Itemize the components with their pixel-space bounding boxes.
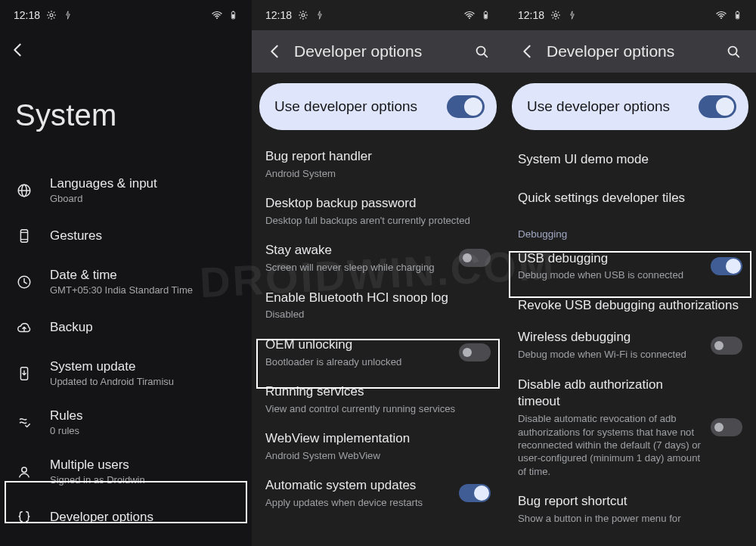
system-item[interactable]: Developer options — [0, 496, 252, 538]
row-subtitle: Debug mode when USB is connected — [518, 268, 702, 281]
arrow-left-icon — [9, 42, 26, 58]
appbar: Developer options — [504, 30, 756, 73]
item-title: System update — [50, 359, 174, 374]
gear-icon — [45, 9, 57, 21]
wifi-icon — [463, 9, 476, 21]
use-developer-options-switch[interactable] — [447, 95, 485, 118]
back-button[interactable] — [512, 36, 542, 67]
setting-row[interactable]: Disable adb authorization timeout Disabl… — [504, 369, 756, 486]
item-title: Backup — [50, 320, 93, 335]
row-title: Bug report shortcut — [518, 493, 742, 510]
item-title: Multiple users — [50, 458, 145, 473]
settings-rows: System UI demo mode Quick settings devel… — [504, 139, 756, 533]
item-title: Languages & input — [50, 176, 157, 191]
row-title: System UI demo mode — [518, 151, 742, 169]
search-icon — [473, 43, 490, 60]
setting-row[interactable]: Automatic system updates Apply updates w… — [252, 470, 504, 517]
phone-developer-options-2: 12:18 Developer options Use developer op… — [504, 0, 756, 546]
setting-row[interactable]: USB debugging Debug mode when USB is con… — [504, 243, 756, 290]
setting-row[interactable]: Desktop backup password Desktop full bac… — [252, 188, 504, 234]
section-label: Debugging — [504, 218, 756, 243]
toggle-switch[interactable] — [459, 484, 491, 502]
back-button[interactable] — [259, 36, 290, 67]
rules-icon — [15, 414, 33, 432]
item-subtitle: 0 rules — [50, 425, 82, 436]
braces-icon — [15, 508, 33, 526]
row-subtitle: Bootloader is already unlocked — [265, 355, 450, 368]
appbar-title: Developer options — [290, 42, 466, 60]
settings-rows: Bug report handler Android System Deskto… — [252, 139, 504, 517]
system-list: Languages & input Gboard Gestures Date &… — [0, 166, 252, 546]
toggle-switch[interactable] — [711, 418, 742, 436]
setting-row[interactable]: Quick settings developer tiles — [504, 179, 756, 218]
search-button[interactable] — [718, 36, 748, 67]
setting-row[interactable]: System UI demo mode — [504, 141, 756, 179]
system-item[interactable]: Multiple users Signed in as Droidwin — [0, 447, 252, 496]
item-title: Developer options — [50, 510, 153, 525]
setting-row[interactable]: Enable Bluetooth HCI snoop log Disabled — [252, 282, 504, 329]
item-subtitle: GMT+05:30 India Standard Time — [50, 284, 193, 296]
setting-row[interactable]: Bug report shortcut Show a button in the… — [504, 486, 756, 532]
bolt-icon — [567, 9, 578, 21]
item-title: Date & time — [50, 268, 193, 283]
setting-row[interactable]: Revoke USB debugging authorizations — [504, 290, 756, 322]
system-item[interactable]: Backup — [0, 306, 252, 349]
sysupd-icon — [15, 365, 33, 383]
row-title: Running services — [265, 383, 491, 401]
page-title: System — [0, 73, 252, 166]
toggle-switch[interactable] — [459, 343, 491, 361]
setting-row[interactable]: Stay awake Screen will never sleep while… — [252, 234, 504, 281]
status-time: 12:18 — [14, 9, 40, 21]
item-title: Rules — [50, 408, 82, 423]
setting-row[interactable]: OEM unlocking Bootloader is already unlo… — [252, 329, 504, 376]
system-item[interactable]: Date & time GMT+05:30 India Standard Tim… — [0, 257, 252, 306]
item-subtitle: Updated to Android Tiramisu — [50, 376, 174, 387]
gear-icon — [550, 9, 562, 21]
wifi-icon — [210, 9, 224, 21]
toggle-switch[interactable] — [711, 337, 742, 355]
item-subtitle: Gboard — [50, 193, 157, 204]
use-developer-options-switch[interactable] — [699, 95, 736, 118]
row-subtitle: Disabled — [265, 308, 491, 321]
search-button[interactable] — [466, 36, 497, 67]
status-time: 12:18 — [265, 9, 292, 21]
status-bar: 12:18 — [504, 0, 756, 30]
row-subtitle: Desktop full backups aren't currently pr… — [265, 214, 491, 227]
card-label: Use developer options — [274, 98, 417, 115]
setting-row[interactable]: Bug report handler Android System — [252, 141, 504, 188]
row-subtitle: Screen will never sleep while charging — [265, 261, 450, 274]
arrow-left-icon — [519, 43, 535, 60]
setting-row[interactable]: Running services View and control curren… — [252, 376, 504, 423]
row-title: Wireless debugging — [518, 329, 702, 346]
phoneV-icon — [15, 227, 33, 245]
item-subtitle: Signed in as Droidwin — [50, 474, 145, 486]
row-title: Revoke USB debugging authorizations — [518, 297, 742, 315]
row-title: WebView implementation — [265, 430, 491, 448]
phone-system-settings: 12:18 System Languages & input Gboard — [0, 0, 252, 546]
bolt-icon — [314, 9, 325, 21]
system-item[interactable]: System update Updated to Android Tiramis… — [0, 349, 252, 398]
row-title: Bug report handler — [265, 148, 491, 166]
system-item[interactable]: Rules 0 rules — [0, 398, 252, 447]
use-developer-options-card[interactable]: Use developer options — [512, 83, 748, 130]
setting-row[interactable]: WebView implementation Android System We… — [252, 423, 504, 470]
row-subtitle: Android System WebView — [265, 449, 491, 462]
system-item[interactable]: Languages & input Gboard — [0, 166, 252, 215]
status-time: 12:18 — [518, 9, 544, 21]
row-subtitle: Debug mode when Wi-Fi is connected — [518, 348, 702, 361]
row-title: Automatic system updates — [265, 477, 450, 495]
toggle-switch[interactable] — [711, 257, 742, 275]
phone-developer-options-1: 12:18 Developer options Use developer op… — [252, 0, 504, 546]
gear-icon — [297, 9, 309, 21]
arrow-left-icon — [266, 43, 283, 60]
row-title: Quick settings developer tiles — [518, 190, 742, 207]
card-label: Use developer options — [527, 98, 670, 115]
back-button[interactable] — [9, 42, 26, 61]
system-item[interactable]: Reset options — [0, 538, 252, 546]
system-item[interactable]: Gestures — [0, 215, 252, 257]
toggle-switch[interactable] — [459, 249, 491, 267]
row-subtitle: Show a button in the power menu for — [518, 512, 742, 525]
appbar-title: Developer options — [542, 42, 718, 60]
setting-row[interactable]: Wireless debugging Debug mode when Wi-Fi… — [504, 321, 756, 368]
use-developer-options-card[interactable]: Use developer options — [259, 83, 497, 130]
